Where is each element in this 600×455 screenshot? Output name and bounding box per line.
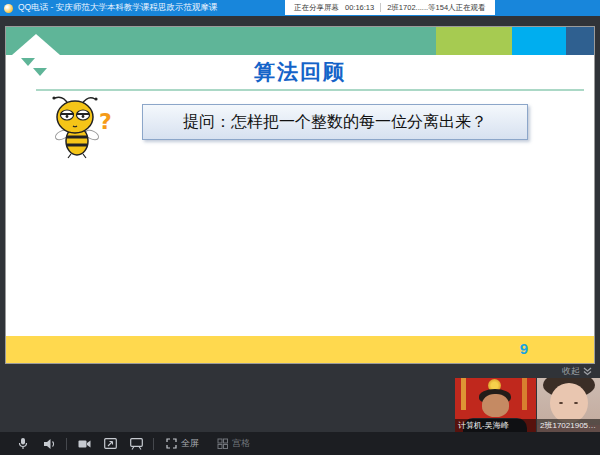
whiteboard-icon [130, 438, 143, 450]
call-control-buttons: 全屏 宫格 [0, 432, 250, 455]
share-screen-button[interactable] [97, 432, 123, 455]
sharing-status-text: 正在分享屏幕 [294, 3, 339, 13]
title-underline [36, 89, 584, 91]
double-chevron-down-icon [583, 367, 592, 376]
participant-video-student[interactable]: 2班170219056华... [537, 378, 600, 432]
qq-phone-icon [4, 4, 13, 13]
collapse-label: 收起 [562, 365, 580, 378]
qq-call-window: QQ电话 - 安庆师范大学本科教学课程思政示范观摩课 正在分享屏幕 00:16:… [0, 0, 600, 455]
window-title: QQ电话 - 安庆师范大学本科教学课程思政示范观摩课 [18, 2, 217, 14]
sharing-status-pill: 正在分享屏幕 00:16:13 2班1702......等154人正在观看 [285, 0, 495, 15]
divider [66, 438, 67, 450]
banner-decoration [461, 378, 466, 410]
band-lime-block [436, 27, 512, 55]
banner-decoration [522, 378, 527, 410]
grid-label: 宫格 [232, 437, 250, 450]
question-box: 提问：怎样把一个整数的每一位分离出来？ [142, 104, 528, 140]
band-mountain-decoration [10, 27, 70, 55]
divider [380, 3, 381, 12]
presentation-slide: 算法回顾 ? 提问：怎样把一个整数的每一位分离出来？ 9 [5, 26, 595, 364]
band-navy-block [566, 27, 594, 55]
viewers-count: 2班1702......等154人正在观看 [387, 3, 485, 13]
slide-title: 算法回顾 [6, 58, 594, 86]
grid-icon [217, 438, 228, 449]
share-screen-icon [104, 438, 117, 449]
slide-header-band [6, 27, 594, 55]
speaker-icon [43, 438, 56, 450]
call-control-bar: 全屏 宫格 S 中 ’, [0, 432, 600, 455]
band-green-block [6, 27, 436, 55]
page-number: 9 [520, 340, 528, 357]
participant-name: 2班170219056华... [537, 419, 600, 432]
call-duration: 00:16:13 [345, 3, 374, 12]
divider [153, 438, 154, 450]
fullscreen-button[interactable]: 全屏 [166, 437, 199, 450]
camera-button[interactable] [71, 432, 97, 455]
collapse-videos-button[interactable]: 收起 [562, 365, 592, 378]
person-eye [574, 402, 578, 404]
fullscreen-label: 全屏 [181, 437, 199, 450]
person-face [482, 394, 509, 417]
svg-text:?: ? [99, 109, 112, 134]
slide-footer-bar: 9 [6, 336, 594, 363]
titlebar[interactable]: QQ电话 - 安庆师范大学本科教学课程思政示范观摩课 正在分享屏幕 00:16:… [0, 0, 600, 16]
fullscreen-icon [166, 438, 177, 449]
camera-icon [78, 439, 91, 449]
grid-view-button[interactable]: 宫格 [217, 437, 250, 450]
participant-name: 计算机-吴海峰 [455, 419, 536, 432]
band-cyan-block [512, 27, 566, 55]
speaker-button[interactable] [36, 432, 62, 455]
person-face [550, 383, 588, 423]
person-eye [559, 402, 563, 404]
whiteboard-button[interactable] [123, 432, 149, 455]
participant-video-teacher[interactable]: 计算机-吴海峰 [455, 378, 536, 432]
microphone-button[interactable] [10, 432, 36, 455]
bee-mascot-icon: ? [44, 93, 120, 159]
microphone-icon [17, 437, 29, 450]
